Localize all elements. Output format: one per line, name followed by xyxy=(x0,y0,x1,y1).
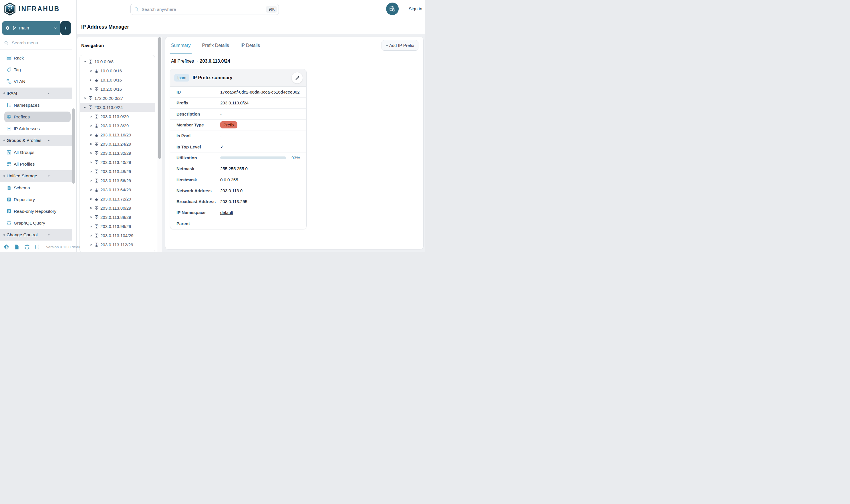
sidebar-item-graphql-query[interactable]: GraphQL Query xyxy=(0,217,72,229)
sidebar-item-vlan[interactable]: VLAN xyxy=(0,75,72,87)
tree-item-203-0-113-112-29[interactable]: IP203.0.113.112/29 xyxy=(80,240,155,249)
circle-icon[interactable] xyxy=(88,216,93,218)
prefix-icon: IP xyxy=(88,105,93,110)
tree-item-label: 203.0.113.0/24 xyxy=(94,105,123,110)
sidebar-section-change-control[interactable]: Change Control xyxy=(0,229,72,240)
graphql-icon[interactable] xyxy=(24,244,30,250)
sidebar-footer: version 0.13.0.dev0 xyxy=(0,242,76,252)
time-travel-button[interactable] xyxy=(386,3,399,15)
tree-item-10-2-0-0-16[interactable]: IP10.2.0.0/16 xyxy=(80,84,155,93)
tree-item-203-0-113-0-24[interactable]: IP203.0.113.0/24 xyxy=(80,103,155,112)
menu-search[interactable] xyxy=(0,38,72,48)
circle-icon[interactable] xyxy=(88,143,93,145)
logo[interactable]: INFRAHUB xyxy=(4,2,60,16)
sidebar-section-label: Groups & Profiles xyxy=(6,138,41,143)
sidebar-item-repository[interactable]: Repository xyxy=(0,194,72,205)
sidebar-section-groups-profiles[interactable]: Groups & Profiles xyxy=(0,135,72,146)
sidebar-item-rack[interactable]: Rack xyxy=(0,52,72,64)
tree-item-10-1-0-0-16[interactable]: IP10.1.0.0/16 xyxy=(80,75,155,84)
circle-icon[interactable] xyxy=(88,161,93,164)
triangle-down-icon xyxy=(47,175,61,178)
tree-item-203-0-113-16-29[interactable]: IP203.0.113.16/29 xyxy=(80,130,155,139)
summary-value-cell: - xyxy=(220,111,300,116)
document-icon[interactable] xyxy=(14,244,20,250)
circle-icon[interactable] xyxy=(88,234,93,237)
tree-item-203-0-113-0-29[interactable]: IP203.0.113.0/29 xyxy=(80,112,155,121)
tree-item-10-0-0-0-16[interactable]: IP10.0.0.0/16 xyxy=(80,66,155,75)
card-rows: ID17cca5af-0dc2-86da-3cca-c516d4eee362Pr… xyxy=(170,87,306,229)
tree-item-label: 10.0.0.0/16 xyxy=(101,68,122,73)
branch-dropdown[interactable]: main xyxy=(2,21,60,35)
circle-icon[interactable] xyxy=(88,198,93,200)
sidebar-item-prefixes[interactable]: IPPrefixes xyxy=(4,111,71,122)
tree-item-203-0-113-24-29[interactable]: IP203.0.113.24/29 xyxy=(80,139,155,148)
sidebar-item-schema[interactable]: Schema xyxy=(0,182,72,194)
tree-item-203-0-113-80-29[interactable]: IP203.0.113.80/29 xyxy=(80,203,155,213)
circle-icon[interactable] xyxy=(88,88,93,90)
tree-item-172-20-20-0-27[interactable]: IP172.20.20.0/27 xyxy=(80,93,155,103)
tree-scrollbar-track[interactable] xyxy=(157,37,162,252)
circle-icon[interactable] xyxy=(88,124,93,127)
global-search[interactable]: ⌘K xyxy=(130,4,279,15)
tree-item-203-0-113-40-29[interactable]: IP203.0.113.40/29 xyxy=(80,158,155,167)
circle-icon[interactable] xyxy=(88,244,93,246)
circle-icon[interactable] xyxy=(88,70,93,72)
circle-icon[interactable] xyxy=(88,179,93,182)
tree-item-203-0-113-120-29[interactable]: IP203.0.113.120/29 xyxy=(80,249,155,252)
ip-namespace-link[interactable]: default xyxy=(220,210,233,215)
sidebar-item-tag[interactable]: Tag xyxy=(0,64,72,75)
summary-label: Parent xyxy=(177,221,220,226)
sidebar-item-ip-addresses[interactable]: IPIP Addresses xyxy=(0,123,72,134)
git-icon[interactable] xyxy=(3,244,10,250)
prefix-icon: IP xyxy=(94,142,99,146)
edit-button[interactable] xyxy=(291,72,303,84)
tree-item-203-0-113-56-29[interactable]: IP203.0.113.56/29 xyxy=(80,176,155,185)
sidebar-item-all-profiles[interactable]: All Profiles xyxy=(0,158,72,170)
circle-icon[interactable] xyxy=(88,170,93,173)
tree-item-203-0-113-104-29[interactable]: IP203.0.113.104/29 xyxy=(80,231,155,240)
tab-summary[interactable]: Summary xyxy=(169,37,192,54)
tree-scrollbar-thumb[interactable] xyxy=(158,37,161,159)
tree-item-203-0-113-72-29[interactable]: IP203.0.113.72/29 xyxy=(80,194,155,203)
tree-item-203-0-113-88-29[interactable]: IP203.0.113.88/29 xyxy=(80,213,155,222)
summary-value: 203.0.113.255 xyxy=(220,199,247,204)
sidebar-item-namespaces[interactable]: Namespaces xyxy=(0,99,72,111)
create-branch-button[interactable]: + xyxy=(60,21,71,35)
sidebar-section-unified-storage[interactable]: Unified Storage xyxy=(0,170,72,182)
sidebar-item-read-only-repository[interactable]: Read-only Repository xyxy=(0,205,72,217)
sidebar-section-ipam[interactable]: IPAM xyxy=(0,88,72,99)
svg-text:IP: IP xyxy=(96,161,97,162)
circle-icon[interactable] xyxy=(83,97,87,100)
tree-item-203-0-113-32-29[interactable]: IP203.0.113.32/29 xyxy=(80,148,155,158)
tree-item-203-0-113-64-29[interactable]: IP203.0.113.64/29 xyxy=(80,185,155,194)
circle-icon[interactable] xyxy=(88,188,93,191)
search-menu-input[interactable] xyxy=(12,40,72,46)
tab-prefix-details[interactable]: Prefix Details xyxy=(200,37,230,54)
summary-value-cell: - xyxy=(220,221,300,226)
circle-icon[interactable] xyxy=(88,152,93,155)
circle-icon[interactable] xyxy=(88,133,93,136)
chevron-down-icon[interactable] xyxy=(83,106,87,109)
utilization-percent: 93% xyxy=(291,155,300,160)
tree-item-10-0-0-0-8[interactable]: IP10.0.0.0/8 xyxy=(80,57,155,66)
chevron-right-icon[interactable] xyxy=(88,78,93,82)
circle-icon[interactable] xyxy=(88,225,93,228)
circle-icon[interactable] xyxy=(88,115,93,118)
tree-item-label: 203.0.113.48/29 xyxy=(101,169,131,174)
tree-item-203-0-113-48-29[interactable]: IP203.0.113.48/29 xyxy=(80,167,155,176)
tab-ip-details[interactable]: IP Details xyxy=(239,37,261,54)
tree-item-label: 203.0.113.56/29 xyxy=(101,178,131,183)
svg-text:IP: IP xyxy=(96,188,97,190)
tree-item-203-0-113-96-29[interactable]: IP203.0.113.96/29 xyxy=(80,222,155,231)
sign-in-link[interactable]: Sign in xyxy=(409,6,422,12)
search-anywhere-input[interactable] xyxy=(142,7,264,12)
sidebar-scrollbar[interactable] xyxy=(72,108,75,184)
braces-icon[interactable] xyxy=(34,244,40,250)
tree-item-203-0-113-8-29[interactable]: IP203.0.113.8/29 xyxy=(80,121,155,130)
navigation-title: Navigation xyxy=(81,43,104,48)
breadcrumb-all-prefixes-link[interactable]: All Prefixes xyxy=(171,59,194,64)
chevron-down-icon[interactable] xyxy=(83,60,87,64)
sidebar-item-all-groups[interactable]: All Groups xyxy=(0,146,72,158)
add-ip-prefix-button[interactable]: + Add IP Prefix xyxy=(381,40,418,51)
circle-icon[interactable] xyxy=(88,207,93,210)
